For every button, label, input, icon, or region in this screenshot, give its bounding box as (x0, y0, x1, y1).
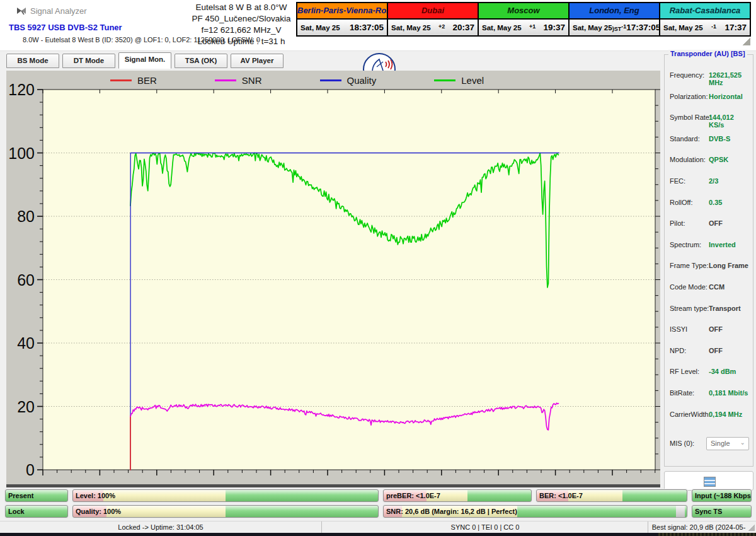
clock-time-row: Sat, May 25-117:37 (660, 20, 750, 35)
ts-list-button[interactable] (664, 471, 753, 491)
row-label: RollOff: (670, 199, 692, 206)
svg-text:0: 0 (26, 461, 35, 479)
row-value: CCM (709, 283, 724, 291)
row-value: Transport (709, 305, 741, 312)
transponder-row: CarrierWidth:0,194 MHz (670, 405, 750, 427)
feed-frequency: f=12 621,662 MHz_V (181, 25, 301, 36)
mis-selected-value: Single (711, 440, 730, 447)
clock-berlin-paris-vienna-roma: Berlin-Paris-Vienna-RomaSat, May 2518:37… (296, 2, 388, 37)
svg-text:120: 120 (8, 81, 35, 98)
taskbar-edge (0, 533, 756, 536)
lock-indicator: Lock (5, 505, 68, 518)
row-label: NPD: (670, 347, 686, 354)
clock-utc-offset: -1 (703, 23, 725, 32)
row-value: 0.35 (709, 199, 722, 206)
row-value: 144,012 KS/s (709, 114, 750, 129)
clock-date: Sat, May 25 (301, 24, 340, 32)
clock-date: Sat, May 25 (573, 24, 612, 32)
snr-meter: SNR: 20,6 dB (Margin: 16,2 dB | Perfect) (383, 505, 687, 518)
mis-label: MIS (0): (670, 440, 694, 447)
transponder-panel-title: Transponder (AU) [BS] (668, 50, 747, 57)
row-label: BitRate: (670, 389, 694, 397)
row-value: QPSK (709, 156, 728, 163)
transponder-row: Frequency:12621,525 MHz (670, 66, 750, 88)
level-meter: Level: 100% (72, 489, 379, 502)
row-value: Inverted (709, 241, 736, 248)
window-title: Signal Analyzer (30, 6, 87, 16)
clock-time: 17:37:05 (626, 23, 660, 32)
clock-city-label: Berlin-Paris-Vienna-Roma (297, 3, 387, 20)
clock-time-row: Sat, May 25)ST-117:37:05 (570, 20, 659, 35)
mis-select[interactable]: Single ⌄ (706, 437, 749, 450)
row-label: Pilot: (670, 219, 685, 227)
svg-text:80: 80 (17, 207, 35, 225)
row-value: 0,194 MHz (709, 411, 742, 418)
tab-av-player[interactable]: AV Player (231, 54, 284, 68)
row-value: -34 dBm (709, 368, 736, 375)
row-label: FEC: (670, 177, 685, 185)
tab-dt-mode[interactable]: DT Mode (62, 54, 115, 68)
row-label: RF Level: (670, 368, 699, 375)
tab-bs-mode[interactable]: BS Mode (6, 54, 59, 68)
input-rate-indicator: Input (~188 Kbps) (692, 489, 752, 502)
row-label: Stream type: (670, 305, 709, 312)
feed-info: Eutelsat 8 W B at 8.0°W PF 450_Lučenec/S… (181, 2, 301, 47)
transponder-rows: Frequency:12621,525 MHzPolarization:Hori… (670, 66, 750, 426)
status-best-signal: Best signal: 20,9 dB (2024-05-25 14:59) (648, 521, 749, 533)
row-label: Frequency: (670, 71, 704, 79)
clock-dubai: DubaiSat, May 25+220:37 (387, 2, 479, 37)
sync-ts-indicator: Sync TS (692, 505, 752, 518)
clock-time: 17:37 (724, 23, 747, 32)
row-label: Polarization: (670, 93, 708, 100)
transponder-row: Stream type:Transport (670, 300, 750, 321)
preber-meter: preBER: <1.0E-7 (383, 489, 532, 502)
clock-moscow: MoscowSat, May 25+119:37 (478, 2, 570, 37)
clock-city-label: Rabat-Casablanca (660, 3, 750, 20)
row-label: Standard: (670, 135, 700, 143)
chart-plot: 020406080100120 (6, 71, 660, 484)
window-resize-grip[interactable] (747, 523, 755, 531)
clock-utc-offset: +1 (522, 23, 544, 32)
tab-tsa-ok-[interactable]: TSA (OK) (175, 54, 227, 68)
clock-resize-grip[interactable] (742, 37, 750, 45)
row-label: Spectrum: (670, 241, 701, 248)
row-label: ISSYI (670, 325, 687, 333)
transponder-row: Standard:DVB-S (670, 130, 750, 151)
row-value: Long Frame (709, 262, 748, 269)
tuner-name: TBS 5927 USB DVB-S2 Tuner (9, 23, 122, 32)
clock-date: Sat, May 25 (391, 24, 431, 32)
transponder-row: Code Mode:CCM (670, 278, 750, 300)
row-value: DVB-S (709, 135, 730, 143)
clock-time-row: Sat, May 25+119:37 (479, 20, 568, 35)
svg-text:20: 20 (17, 398, 35, 416)
svg-text:60: 60 (17, 271, 35, 289)
present-indicator: Present (5, 489, 68, 502)
transponder-row: Frame Type:Long Frame (670, 257, 750, 278)
transponder-row: Modulation:QPSK (670, 151, 750, 172)
row-value: OFF (709, 325, 723, 333)
transponder-row: BitRate:0,181 Mbit/s (670, 384, 750, 405)
transponder-row: Spectrum:Inverted (670, 236, 750, 257)
transponder-row: RollOff:0.35 (670, 194, 750, 215)
clock-time-row: Sat, May 25+220:37 (388, 20, 478, 35)
app-icon (16, 6, 26, 16)
feed-uptime: Locked Uptime : t=31 h (181, 36, 301, 47)
svg-text:40: 40 (17, 334, 35, 352)
row-value: OFF (709, 219, 723, 227)
clock-london-eng: London, EngSat, May 25)ST-117:37:05 (568, 2, 660, 37)
row-value: 0,181 Mbit/s (709, 389, 748, 397)
transponder-row: FEC:2/3 (670, 172, 750, 194)
clock-time-row: Sat, May 2518:37:05 (297, 20, 387, 35)
tab-signal-mon-[interactable]: Signal Mon. (118, 52, 171, 69)
row-value: OFF (709, 347, 723, 354)
world-clocks: Berlin-Paris-Vienna-RomaSat, May 2518:37… (296, 2, 751, 37)
clock-date: Sat, May 25 (663, 24, 703, 32)
chevron-down-icon: ⌄ (740, 439, 745, 446)
tab-bar: BS ModeDT ModeSignal Mon.TSA (OK)AV Play… (6, 54, 284, 69)
row-label: CarrierWidth: (670, 411, 711, 418)
feed-satellite: Eutelsat 8 W B at 8.0°W (181, 2, 301, 13)
row-value: 2/3 (709, 177, 718, 185)
svg-text:100: 100 (8, 144, 35, 162)
signal-chart: BERSNRQualityLevel 020406080100120 (6, 71, 660, 484)
clock-city-label: Dubai (388, 3, 478, 20)
